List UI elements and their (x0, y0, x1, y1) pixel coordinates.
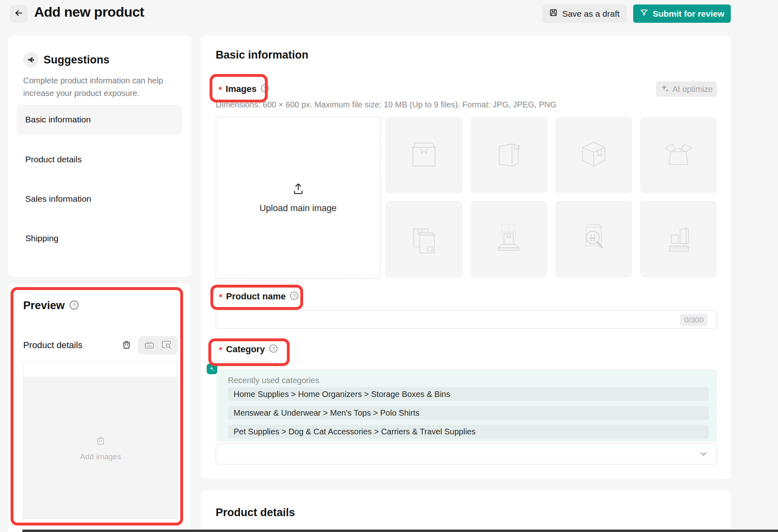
box-magnifier-icon (577, 221, 611, 257)
image-placeholder-grid (385, 117, 717, 277)
image-slot-7[interactable] (555, 201, 632, 277)
help-icon[interactable]: ? (289, 291, 299, 302)
suggestions-panel: Suggestions Complete product information… (8, 36, 191, 277)
sidebar-item-sales-information[interactable]: Sales information (17, 184, 182, 214)
recently-used-categories-panel: Recently used categories Home Supplies >… (216, 369, 717, 442)
images-hint: Dimensions: 600 × 600 px. Maximum file s… (216, 100, 557, 109)
character-counter: 0/300 (680, 314, 708, 326)
sidebar-item-shipping[interactable]: Shipping (17, 224, 182, 253)
help-icon[interactable]: ? (69, 300, 79, 312)
recent-categories-title: Recently used categories (228, 376, 319, 385)
product-name-label: Product name (226, 291, 286, 302)
preview-mode-toggle: LIVE (138, 336, 178, 355)
required-asterisk: * (219, 85, 222, 95)
add-images-label: Add images (80, 452, 121, 461)
category-label: Category (226, 344, 265, 355)
ai-sparkle-badge (207, 364, 217, 374)
image-slot-3[interactable] (555, 117, 632, 193)
image-slot-2[interactable] (470, 117, 548, 193)
suggestions-description: Complete product information can help in… (23, 74, 178, 100)
box-ruler-icon (661, 221, 695, 257)
images-label: Images (226, 84, 257, 94)
save-icon (549, 8, 558, 19)
sidebar-item-basic-information[interactable]: Basic information (17, 105, 182, 134)
megaphone-icon (23, 52, 39, 68)
svg-text:?: ? (293, 293, 296, 299)
ai-optimize-button[interactable]: AI optimize (656, 81, 717, 97)
required-asterisk: * (219, 292, 223, 303)
help-icon[interactable]: ? (260, 83, 270, 95)
submit-review-button[interactable]: Submit for review (633, 4, 731, 23)
arrow-left-icon (14, 8, 24, 20)
box-open-icon (661, 137, 695, 173)
chevron-down-icon (699, 449, 708, 459)
product-name-input[interactable]: 0/300 (216, 310, 717, 329)
upload-main-image-label: Upload main image (260, 203, 337, 214)
help-icon[interactable]: ? (269, 344, 278, 355)
bag-placeholder-icon (94, 434, 107, 448)
recent-category-option-1[interactable]: Home Supplies > Home Organizers > Storag… (228, 387, 709, 401)
svg-text:?: ? (272, 346, 275, 352)
box-angled-icon (492, 137, 526, 173)
product-details-title: Product details (216, 506, 295, 519)
sparkle-icon (660, 84, 669, 95)
svg-text:?: ? (72, 302, 75, 308)
suggestions-title: Suggestions (44, 54, 109, 66)
upload-icon (291, 182, 305, 197)
recent-category-option-2[interactable]: Menswear & Underwear > Men's Tops > Polo… (228, 406, 709, 420)
image-slot-1[interactable] (385, 117, 463, 193)
preview-title: Preview (23, 299, 65, 312)
box-front-icon (407, 137, 441, 173)
preview-section-label: Product details (23, 340, 83, 351)
bag-icon[interactable] (121, 339, 132, 352)
upload-main-image[interactable]: Upload main image (216, 117, 380, 279)
recent-category-option-3[interactable]: Pet Supplies > Dog & Cat Accessories > C… (228, 425, 709, 438)
preview-phone-mockup: Add images (23, 361, 178, 519)
box-isometric-icon (577, 137, 611, 173)
page-title: Add new product (34, 4, 144, 20)
preview-add-images-area[interactable]: Add images (24, 377, 177, 519)
bottom-edge-strip (22, 530, 778, 532)
image-slot-8[interactable] (640, 201, 717, 277)
image-slot-6[interactable] (470, 201, 548, 277)
sidebar-item-product-details[interactable]: Product details (17, 145, 182, 174)
funnel-submit-icon (640, 8, 649, 19)
svg-text:LIVE: LIVE (146, 345, 152, 347)
category-select[interactable] (216, 443, 717, 464)
back-button[interactable] (10, 5, 28, 23)
save-draft-button[interactable]: Save as a draft (542, 4, 627, 23)
image-slot-5[interactable] (385, 201, 463, 277)
basic-information-title: Basic information (216, 49, 308, 61)
required-asterisk: * (219, 345, 223, 355)
basic-information-card: Basic information * Images ? Dimensions:… (201, 36, 731, 479)
live-tv-icon[interactable]: LIVE (144, 339, 155, 352)
box-package-icon (407, 221, 441, 257)
image-slot-4[interactable] (640, 117, 717, 193)
product-details-card: Product details (201, 490, 731, 532)
box-platform-icon (492, 221, 526, 257)
browse-search-icon[interactable] (161, 339, 172, 352)
svg-text:?: ? (264, 86, 267, 92)
